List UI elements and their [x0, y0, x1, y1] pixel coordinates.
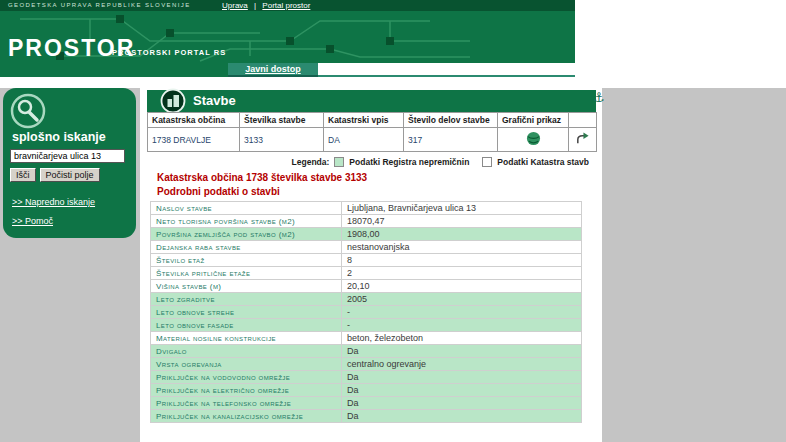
detail-value: Da [342, 345, 582, 358]
detail-label: Dvigalo [151, 345, 342, 358]
detail-label: Leto zgraditve [151, 293, 342, 306]
legend: Legenda: Podatki Registra nepremičnin Po… [147, 157, 589, 167]
detail-value: 1908,00 [342, 228, 582, 241]
detail-row: Številka pritlične etaže2 [151, 267, 582, 280]
detail-row: Število etaž8 [151, 254, 582, 267]
detail-value: centralno ogrevanje [342, 358, 582, 371]
detail-row: Višina stavbe (m)20,10 [151, 280, 582, 293]
cell-stevilo-delov-stavbe: 317 [404, 128, 498, 152]
detail-row: Priključek na telefonsko omrežjeDa [151, 397, 582, 410]
detail-label: Vrsta ogrevanja [151, 358, 342, 371]
detail-row: Leto zgraditve2005 [151, 293, 582, 306]
col-stevilka-stavbe: Številka stavbe [240, 113, 324, 128]
detail-row: Priključek na vodovodno omrežjeDa [151, 371, 582, 384]
detail-row: Priključek na kanalizacijsko omrežjeDa [151, 410, 582, 423]
detail-label: Priključek na telefonsko omrežje [151, 397, 342, 410]
building-details-body: Naslov stavbeLjubljana, Bravničarjeva ul… [151, 202, 582, 423]
building-summary-table: Katastrska občina Številka stavbe Katast… [147, 112, 597, 152]
col-katastrski-vpis: Katastrski vpis [324, 113, 404, 128]
clear-field-button[interactable]: Počisti polje [40, 168, 100, 182]
detail-value: 8 [342, 254, 582, 267]
detail-heading: Katastrska občina 1738 številka stavbe 3… [157, 172, 367, 183]
cell-katastrski-vpis: DA [324, 128, 404, 152]
detail-value: Da [342, 384, 582, 397]
prostor-portal-page: GEODETSKA UPRAVA REPUBLIKE SLOVENIJE Upr… [0, 0, 786, 442]
detail-label: Leto obnove fasade [151, 319, 342, 332]
header-banner: PROSTOR PROSTORSKI PORTAL RS [0, 11, 575, 63]
legend-label-register: Podatki Registra nepremičnin [349, 157, 469, 167]
legend-title: Legenda: [292, 157, 330, 167]
export-arrow-icon[interactable] [575, 131, 590, 146]
link-portal-prostor[interactable]: Portal prostor [262, 1, 310, 10]
detail-row: Priključek na električno omrežjeDa [151, 384, 582, 397]
agency-name: GEODETSKA UPRAVA REPUBLIKE SLOVENIJE [8, 2, 191, 8]
col-katastrska-obcina: Katastrska občina [148, 113, 240, 128]
search-button[interactable]: Išči [10, 168, 36, 182]
legend-swatch-kataster [482, 157, 492, 167]
detail-row: DvigaloDa [151, 345, 582, 358]
detail-label: Material nosilne konstrukcije [151, 332, 342, 345]
advanced-search-link[interactable]: >> Napredno iskanje [12, 197, 136, 207]
tab-strip-left-filler [0, 63, 228, 77]
top-links: Uprava | Portal prostor [222, 1, 310, 10]
detail-value: Da [342, 371, 582, 384]
magnifier-icon [10, 93, 46, 129]
cell-stevilka-stavbe: 3133 [240, 128, 324, 152]
col-actions [569, 113, 597, 128]
map-view-icon[interactable] [526, 131, 541, 146]
detail-value: 18070,47 [342, 215, 582, 228]
top-links-separator: | [254, 1, 256, 10]
detail-row: Material nosilne konstrukcijebeton, žele… [151, 332, 582, 345]
detail-value: 20,10 [342, 280, 582, 293]
top-strip: GEODETSKA UPRAVA REPUBLIKE SLOVENIJE Upr… [0, 0, 575, 11]
legend-swatch-register [334, 157, 344, 167]
detail-row: Površina zemljišča pod stavbo (m2)1908,0… [151, 228, 582, 241]
detail-label: Višina stavbe (m) [151, 280, 342, 293]
search-panel-title: splošno iskanje [12, 130, 136, 144]
tab-strip: Javni dostop [0, 63, 575, 77]
section-title: Stavbe [193, 90, 236, 112]
detail-label: Naslov stavbe [151, 202, 342, 215]
detail-row: Naslov stavbeLjubljana, Bravničarjeva ul… [151, 202, 582, 215]
detail-label: Površina zemljišča pod stavbo (m2) [151, 228, 342, 241]
col-graficni-prikaz: Grafični prikaz [498, 113, 569, 128]
detail-row: Leto obnove strehe- [151, 306, 582, 319]
link-uprava[interactable]: Uprava [222, 1, 248, 10]
summary-header-row: Katastrska občina Številka stavbe Katast… [148, 113, 597, 128]
portal-subtitle: PROSTORSKI PORTAL RS [112, 48, 226, 57]
detail-row: Leto obnove fasade- [151, 319, 582, 332]
detail-label: Leto obnove strehe [151, 306, 342, 319]
detail-row: Dejanska raba stavbenestanovanjska [151, 241, 582, 254]
col-stevilo-delov-stavbe: Število delov stavbe [404, 113, 498, 128]
detail-value: - [342, 319, 582, 332]
detail-label: Število etaž [151, 254, 342, 267]
search-buttons-row: Išči Počisti polje [10, 168, 136, 182]
cell-katastrska-obcina: 1738 DRAVLJE [148, 128, 240, 152]
legend-label-kataster: Podatki Katastra stavb [497, 157, 589, 167]
cell-export [569, 128, 597, 152]
detail-subheading: Podrobni podatki o stavbi [157, 186, 280, 197]
detail-row: Neto tlorisna površina stavbe (m2)18070,… [151, 215, 582, 228]
detail-label: Priključek na električno omrežje [151, 384, 342, 397]
building-details-table: Naslov stavbeLjubljana, Bravničarjeva ul… [150, 201, 582, 423]
detail-label: Dejanska raba stavbe [151, 241, 342, 254]
detail-label: Neto tlorisna površina stavbe (m2) [151, 215, 342, 228]
content-panel: Stavbe Katastrska občina Številka stavbe… [140, 88, 602, 442]
detail-label: Priključek na vodovodno omrežje [151, 371, 342, 384]
buildings-icon [160, 88, 186, 114]
detail-label: Številka pritlične etaže [151, 267, 342, 280]
help-link[interactable]: >> Pomoč [12, 216, 136, 226]
building-row: 1738 DRAVLJE 3133 DA 317 [148, 128, 597, 152]
cell-graficni-prikaz [498, 128, 569, 152]
detail-value: Da [342, 410, 582, 423]
search-panel: splošno iskanje Išči Počisti polje >> Na… [3, 88, 136, 238]
detail-value: 2 [342, 267, 582, 280]
detail-value: 2005 [342, 293, 582, 306]
detail-value: nestanovanjska [342, 241, 582, 254]
detail-row: Vrsta ogrevanjacentralno ogrevanje [151, 358, 582, 371]
detail-value: Da [342, 397, 582, 410]
tab-javni-dostop[interactable]: Javni dostop [228, 63, 318, 77]
search-input[interactable] [10, 149, 125, 163]
tab-strip-right-filler [318, 63, 575, 77]
anchor-icon[interactable]: ⚓ [593, 90, 605, 105]
